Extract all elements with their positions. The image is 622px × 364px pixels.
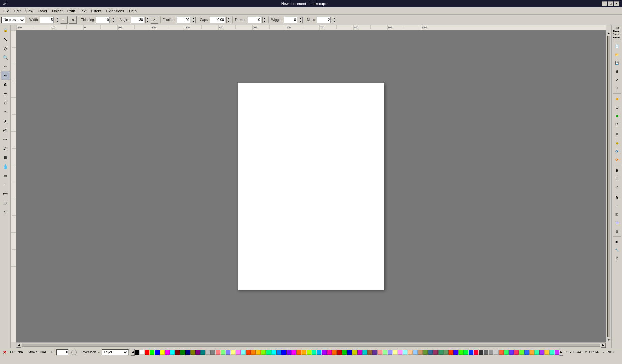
color-swatch-24[interactable] (256, 350, 261, 355)
color-swatch-62[interactable] (448, 350, 453, 355)
gradient-tool[interactable]: ▦ (1, 153, 10, 162)
color-swatch-15[interactable] (210, 350, 215, 355)
zoom-fit-btn[interactable]: ⊡ (612, 175, 622, 183)
measure-tool[interactable]: ⊹ (1, 62, 10, 71)
minimize-button[interactable]: _ (602, 1, 607, 6)
snap-new-btn[interactable]: 📄 (612, 42, 622, 50)
grid-btn[interactable]: ⊞ (612, 219, 622, 227)
menu-item-path[interactable]: Path (65, 8, 77, 14)
sym-btn[interactable]: ◰ (612, 210, 622, 218)
menu-item-help[interactable]: Help (127, 8, 139, 14)
zoom-tool[interactable]: 🔍 (1, 53, 10, 62)
color-swatch-26[interactable] (266, 350, 271, 355)
color-swatch-57[interactable] (423, 350, 428, 355)
color-swatch-17[interactable] (221, 350, 225, 355)
wiggle-input[interactable] (284, 17, 297, 23)
color-swatch-29[interactable] (281, 350, 286, 355)
color-swatch-3[interactable] (150, 350, 154, 355)
width-spinner[interactable]: ▲ ▼ (55, 17, 59, 23)
caps-spinner[interactable]: ▲ ▼ (226, 17, 230, 23)
snap-print-btn[interactable]: 🖨 (612, 67, 622, 75)
snap-filter-btn[interactable]: ⟳ (612, 120, 622, 128)
pencil-tool[interactable]: ✏ (1, 135, 10, 144)
caps-input[interactable] (210, 17, 225, 23)
color-swatch-50[interactable] (388, 350, 392, 355)
color-swatch-56[interactable] (418, 350, 423, 355)
color-swatch-49[interactable] (383, 350, 387, 355)
color-swatch-27[interactable] (271, 350, 276, 355)
color-swatch-37[interactable] (322, 350, 327, 355)
width-down[interactable]: ▼ (55, 20, 59, 23)
color-swatch-41[interactable] (342, 350, 347, 355)
color-swatch-25[interactable] (261, 350, 266, 355)
snap-open-btn[interactable]: 📂 (612, 51, 622, 59)
lock-icon[interactable]: 🔒 (1, 26, 10, 34)
close-button[interactable]: ✕ (614, 1, 619, 6)
color-swatch-52[interactable] (398, 350, 402, 355)
extra-tool[interactable]: ⊕ (1, 208, 10, 216)
color-swatch-8[interactable] (175, 350, 180, 355)
color-swatch-51[interactable] (393, 350, 397, 355)
color-swatch-70[interactable] (489, 350, 493, 355)
text-tool[interactable]: A (1, 80, 10, 89)
trace-btn[interactable]: ⊃ (69, 16, 77, 24)
menu-item-object[interactable]: Object (50, 8, 65, 14)
frame-tool[interactable]: ⊞ (1, 199, 10, 207)
width-input[interactable] (40, 17, 54, 23)
color-swatch-19[interactable] (231, 350, 235, 355)
calligraphy-tool[interactable]: ✒ (1, 71, 10, 80)
color-mode-btn[interactable] (71, 350, 77, 355)
snap-redo-btn[interactable]: ⟳ (612, 156, 622, 164)
color-swatch-32[interactable] (296, 350, 301, 355)
color-swatch-65[interactable] (463, 350, 468, 355)
circle-tool[interactable]: ○ (1, 108, 10, 116)
snap-paste-btn[interactable]: ◆ (612, 139, 622, 147)
scrollbar-vertical[interactable]: ▲ ▼ (606, 30, 611, 342)
color-swatch-36[interactable] (317, 350, 321, 355)
star-tool[interactable]: ★ (1, 117, 10, 125)
color-swatch-72[interactable] (499, 350, 504, 355)
color-swatch-80[interactable] (539, 350, 544, 355)
snap-import-btn[interactable]: ↙ (612, 76, 622, 84)
wiggle-spinner[interactable]: ▲ ▼ (299, 17, 303, 23)
scroll-right-btn[interactable]: ▶ (601, 343, 606, 348)
color-swatch-59[interactable] (433, 350, 438, 355)
menu-item-text[interactable]: Text (78, 8, 88, 14)
color-swatch-68[interactable] (479, 350, 483, 355)
guide-btn[interactable]: ⊟ (612, 227, 622, 235)
snap-fill-btn[interactable]: ◆ (612, 95, 622, 103)
rectangle-tool[interactable]: ▭ (1, 89, 10, 98)
color-swatch-78[interactable] (529, 350, 534, 355)
preset-dropdown[interactable]: No preset (1, 17, 25, 23)
fixation-spinner[interactable]: ▲ ▼ (192, 17, 196, 23)
color-swatch-38[interactable] (327, 350, 332, 355)
dropper-tool[interactable]: 💧 (1, 162, 10, 171)
color-swatch-18[interactable] (226, 350, 230, 355)
color-swatch-34[interactable] (307, 350, 311, 355)
color-swatch-35[interactable] (312, 350, 316, 355)
color-swatch-76[interactable] (519, 350, 524, 355)
mass-down[interactable]: ▼ (332, 20, 336, 23)
color-swatch-69[interactable] (484, 350, 488, 355)
opacity-input[interactable] (56, 349, 68, 355)
menu-item-layer[interactable]: Layer (36, 8, 49, 14)
wrench-btn[interactable]: 🔧 (612, 246, 622, 254)
color-swatch-4[interactable] (155, 350, 160, 355)
angle-down[interactable]: ▼ (145, 20, 149, 23)
scroll-down-btn[interactable]: ▼ (606, 338, 611, 342)
color-swatch-75[interactable] (514, 350, 519, 355)
scroll-left-btn[interactable]: ◀ (16, 343, 21, 348)
mass-input[interactable] (317, 17, 331, 23)
layer-dropdown[interactable]: Layer 1 (102, 349, 129, 355)
snap-export-btn[interactable]: ↗ (612, 84, 622, 92)
color-swatch-30[interactable] (286, 350, 291, 355)
menu-item-file[interactable]: File (1, 8, 11, 14)
palette-right-btn[interactable]: ▶ (559, 349, 563, 356)
caps-down[interactable]: ▼ (226, 20, 230, 23)
snap-undo-btn[interactable]: ⟳ (612, 147, 622, 155)
color-swatch-83[interactable] (555, 350, 559, 355)
canvas-scroll[interactable] (16, 30, 606, 342)
color-swatch-48[interactable] (377, 350, 382, 355)
paint-tool[interactable]: 🖌 (1, 144, 10, 153)
snap-marker-btn[interactable]: ◆ (612, 112, 622, 120)
